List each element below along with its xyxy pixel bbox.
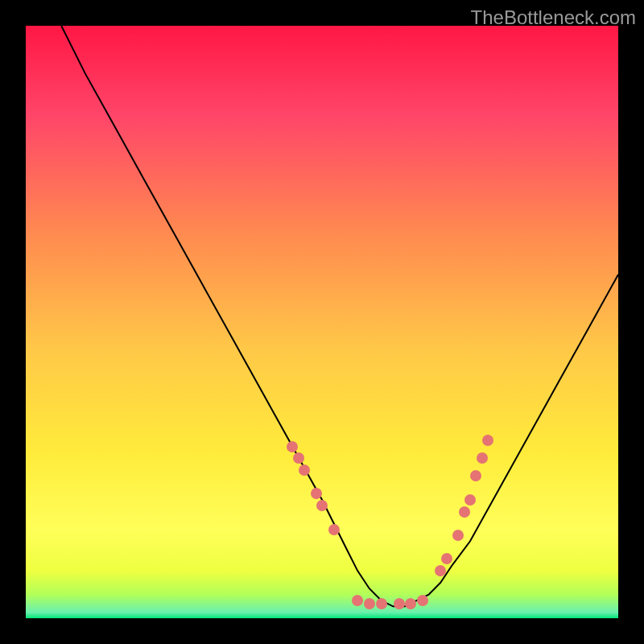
- data-marker: [311, 488, 322, 499]
- data-marker: [316, 500, 328, 511]
- data-marker: [352, 595, 363, 606]
- data-marker: [435, 565, 446, 576]
- watermark-text: TheBottleneck.com: [471, 6, 636, 29]
- data-marker: [482, 435, 493, 446]
- chart-plot-area: [26, 26, 618, 618]
- data-marker: [299, 464, 310, 476]
- data-markers: [26, 26, 618, 618]
- data-marker: [293, 452, 304, 464]
- data-marker: [459, 506, 470, 518]
- data-marker: [417, 595, 428, 606]
- data-marker: [364, 598, 375, 609]
- data-marker: [376, 598, 387, 609]
- data-marker: [441, 553, 452, 564]
- data-marker: [452, 530, 464, 541]
- data-marker: [477, 452, 488, 464]
- data-marker: [394, 598, 405, 609]
- data-marker: [287, 441, 298, 452]
- data-marker: [464, 494, 476, 506]
- data-marker: [470, 470, 481, 481]
- data-marker: [405, 598, 416, 609]
- data-marker: [328, 524, 340, 535]
